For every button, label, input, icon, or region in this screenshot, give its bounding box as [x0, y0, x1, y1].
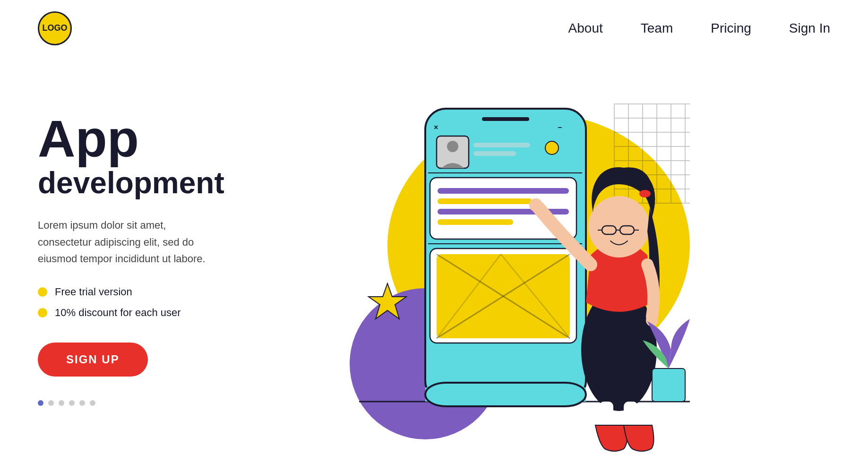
svg-rect-25: [473, 143, 530, 147]
navigation: About Team Pricing Sign In: [568, 21, 830, 36]
svg-rect-26: [473, 151, 516, 156]
header: LO GO About Team Pricing Sign In: [0, 0, 868, 57]
nav-pricing[interactable]: Pricing: [711, 21, 751, 36]
svg-text:−: −: [558, 123, 562, 131]
svg-text:×: ×: [434, 123, 438, 131]
hero-description: Lorem ipsum dolor sit amet, consectetur …: [38, 217, 217, 267]
svg-rect-20: [482, 117, 529, 121]
hero-title-line1: App: [38, 114, 246, 163]
feature-1: Free trial version: [38, 286, 246, 298]
nav-signin[interactable]: Sign In: [789, 21, 830, 36]
nav-about[interactable]: About: [568, 21, 603, 36]
nav-team[interactable]: Team: [641, 21, 673, 36]
dot-4[interactable]: [69, 400, 75, 406]
dot-3[interactable]: [59, 400, 64, 406]
svg-point-51: [529, 198, 542, 212]
sign-up-button[interactable]: SIGN UP: [38, 343, 148, 377]
dot-6[interactable]: [90, 400, 95, 406]
main-content: App development Lorem ipsum dolor sit am…: [0, 57, 868, 463]
svg-rect-42: [425, 383, 586, 406]
bullet-dot-2: [38, 308, 47, 317]
features-list: Free trial version 10% discount for each…: [38, 286, 246, 319]
left-section: App development Lorem ipsum dolor sit am…: [38, 114, 265, 406]
right-section: × −: [265, 57, 830, 463]
svg-point-44: [588, 196, 650, 257]
svg-rect-33: [438, 219, 513, 225]
svg-rect-30: [438, 188, 569, 194]
dot-1[interactable]: [38, 400, 43, 406]
svg-point-27: [545, 141, 559, 154]
svg-point-24: [447, 141, 458, 152]
logo[interactable]: LO GO: [38, 11, 72, 45]
svg-rect-55: [652, 369, 685, 402]
svg-point-45: [639, 190, 651, 197]
bullet-dot-1: [38, 287, 47, 297]
svg-rect-31: [438, 198, 532, 204]
dot-5[interactable]: [79, 400, 85, 406]
hero-title-line2: development: [38, 168, 246, 198]
dot-2[interactable]: [48, 400, 54, 406]
pagination-dots: [38, 400, 246, 406]
hero-illustration: × −: [293, 57, 699, 463]
feature-2: 10% discount for each user: [38, 307, 246, 319]
